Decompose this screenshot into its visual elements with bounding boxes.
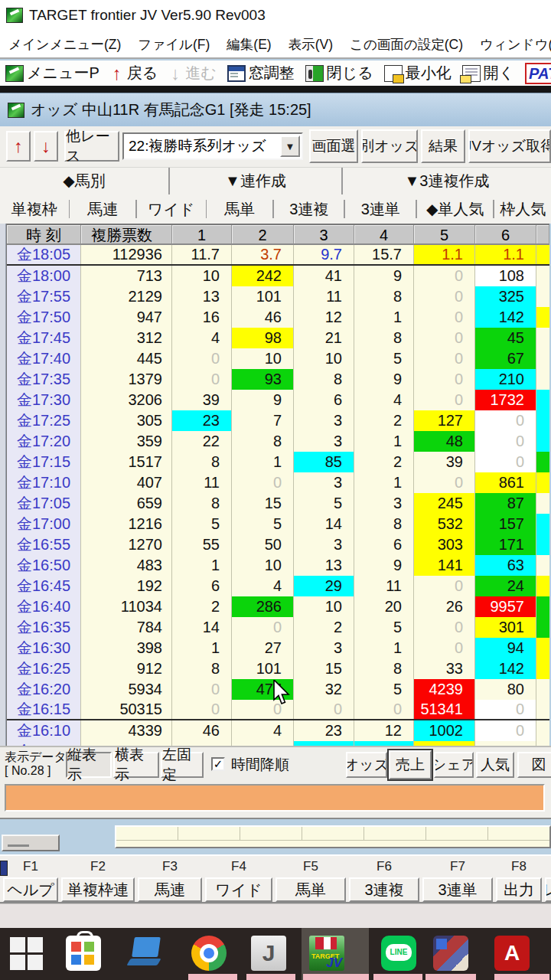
odds-cell[interactable]: 242 <box>232 266 294 286</box>
tab-bottom-2[interactable]: ワイド <box>137 199 206 220</box>
odds-cell[interactable]: 0 <box>414 328 475 348</box>
odds-cell[interactable]: 5 <box>294 493 354 514</box>
votes-cell[interactable]: 407 <box>81 472 172 493</box>
odds-cell[interactable]: 4 <box>354 390 414 410</box>
odds-cell[interactable]: 1 <box>172 555 232 576</box>
odds-cell[interactable]: 0 <box>414 472 475 493</box>
odds-cell[interactable]: 5 <box>354 679 414 700</box>
votes-cell[interactable]: 1216 <box>81 514 172 534</box>
odds-cell[interactable]: 5 <box>232 514 294 534</box>
time-cell[interactable]: 金16:35 <box>7 617 81 638</box>
odds-cell[interactable]: 325 <box>475 286 536 307</box>
odds-cell[interactable]: 0 <box>172 348 232 369</box>
time-cell[interactable]: 金17:55 <box>7 286 81 307</box>
toolbar-menu-p-button[interactable]: メニューP <box>5 62 99 85</box>
odds-cell[interactable]: 1 <box>354 472 414 493</box>
fkey-button-6[interactable]: 3連複 <box>349 877 419 902</box>
mode-button-2[interactable]: シェア <box>434 752 474 778</box>
odds-cell[interactable]: 8 <box>354 286 414 307</box>
tab-top-0[interactable]: ◆馬別 <box>0 168 170 194</box>
odds-cell[interactable]: 11.7 <box>172 245 232 264</box>
odds-cell[interactable]: 15.7 <box>354 245 414 264</box>
odds-cell[interactable]: 1 <box>232 452 294 472</box>
votes-cell[interactable]: 305 <box>81 410 172 431</box>
time-cell[interactable]: 金16:30 <box>7 638 81 658</box>
time-cell[interactable]: 金16:10 <box>7 720 81 741</box>
odds-cell[interactable]: 5 <box>354 348 414 369</box>
mode-button-1[interactable]: 売上 <box>389 750 432 779</box>
time-cell[interactable]: 金18:05 <box>7 245 81 264</box>
odds-cell[interactable]: 171 <box>475 534 536 555</box>
odds-cell[interactable]: 210 <box>475 369 536 390</box>
odds-cell[interactable]: 29 <box>294 576 354 596</box>
tab-bottom-6[interactable]: ◆単人気 <box>417 199 493 220</box>
odds-cell[interactable]: 0 <box>172 369 232 390</box>
time-cell[interactable]: 金16:50 <box>7 555 81 576</box>
odds-cell[interactable]: 0 <box>475 410 536 431</box>
jra-van-icon[interactable]: J <box>251 936 286 971</box>
time-cell[interactable]: 金16:15 <box>7 700 81 719</box>
odds-cell[interactable]: 9 <box>354 555 414 576</box>
time-cell[interactable]: 金17:20 <box>7 431 81 452</box>
fkey-button-5[interactable]: 馬単 <box>276 877 346 902</box>
votes-cell[interactable]: 359 <box>81 431 172 452</box>
odds-cell[interactable]: 41 <box>294 266 354 286</box>
odds-cell[interactable]: 1 <box>354 431 414 452</box>
odds-cell[interactable]: 1.1 <box>475 245 536 264</box>
prev-race-button[interactable]: ↑ <box>6 131 31 162</box>
votes-cell[interactable]: 912 <box>81 658 172 679</box>
odds-cell[interactable]: 861 <box>475 472 536 493</box>
line-icon[interactable]: LINE <box>381 936 416 971</box>
odds-cell[interactable]: 10 <box>294 348 354 369</box>
odds-cell[interactable]: 46 <box>232 307 294 328</box>
odds-window-titlebar[interactable]: オッズ 中山11R 有馬記念G1 [発走 15:25] <box>0 93 551 126</box>
votes-cell[interactable]: 2129 <box>81 286 172 307</box>
odds-cell[interactable]: 4239 <box>414 679 475 700</box>
odds-cell[interactable]: 8 <box>172 452 232 472</box>
time-cell[interactable]: 金17:00 <box>7 514 81 534</box>
votes-cell[interactable]: 5934 <box>81 679 172 700</box>
odds-cell[interactable]: 5 <box>172 514 232 534</box>
odds-cell[interactable]: 141 <box>414 555 475 576</box>
fkey-button-1[interactable]: ヘルプ <box>3 877 58 902</box>
odds-cell[interactable]: 0 <box>354 700 414 719</box>
odds-cell[interactable]: 6 <box>354 534 414 555</box>
votes-cell[interactable]: 3206 <box>81 390 172 410</box>
time-cell[interactable]: 金17:45 <box>7 328 81 348</box>
odds-cell[interactable]: 21 <box>294 328 354 348</box>
odds-cell[interactable]: 11 <box>294 286 354 307</box>
odds-cell[interactable]: 27 <box>232 638 294 658</box>
odds-cell[interactable]: 24 <box>475 576 536 596</box>
odds-cell[interactable]: 477 <box>232 679 294 700</box>
odds-cell[interactable]: 286 <box>232 596 294 617</box>
odds-cell[interactable]: 8 <box>354 658 414 679</box>
time-desc-checkbox[interactable]: ✓ <box>211 757 225 771</box>
odds-cell[interactable]: 245 <box>414 493 475 514</box>
votes-cell[interactable]: 713 <box>81 266 172 286</box>
odds-cell[interactable]: 101 <box>232 286 294 307</box>
control-button-2[interactable]: 結果 <box>421 129 465 163</box>
votes-cell[interactable]: 1517 <box>81 452 172 472</box>
odds-cell[interactable]: 93 <box>232 369 294 390</box>
odds-cell[interactable]: 3 <box>354 493 414 514</box>
odds-cell[interactable]: 4 <box>232 576 294 596</box>
odds-cell[interactable]: 9 <box>232 390 294 410</box>
odds-cell[interactable]: 0 <box>414 286 475 307</box>
odds-cell[interactable]: 532 <box>414 514 475 534</box>
odds-cell[interactable]: 0 <box>294 700 354 719</box>
odds-cell[interactable]: 0 <box>414 617 475 638</box>
odds-cell[interactable]: 98 <box>232 328 294 348</box>
fkey-button-4[interactable]: ワイド <box>205 877 272 902</box>
odds-cell[interactable]: 303 <box>414 534 475 555</box>
odds-cell[interactable]: 0 <box>414 266 475 286</box>
menu-item-3[interactable]: 表示(V) <box>280 35 341 54</box>
odds-cell[interactable]: 9 <box>354 369 414 390</box>
toolbar-window-adjust-button[interactable]: 窓調整 <box>227 62 295 85</box>
odds-cell[interactable]: 8 <box>172 493 232 514</box>
fkey-button-9[interactable]: レース <box>545 877 551 902</box>
odds-cell[interactable]: 12 <box>294 307 354 328</box>
odds-cell[interactable]: 3 <box>294 472 354 493</box>
odds-cell[interactable]: 3 <box>294 431 354 452</box>
odds-cell[interactable]: 3 <box>294 534 354 555</box>
odds-cell[interactable]: 157 <box>475 514 536 534</box>
